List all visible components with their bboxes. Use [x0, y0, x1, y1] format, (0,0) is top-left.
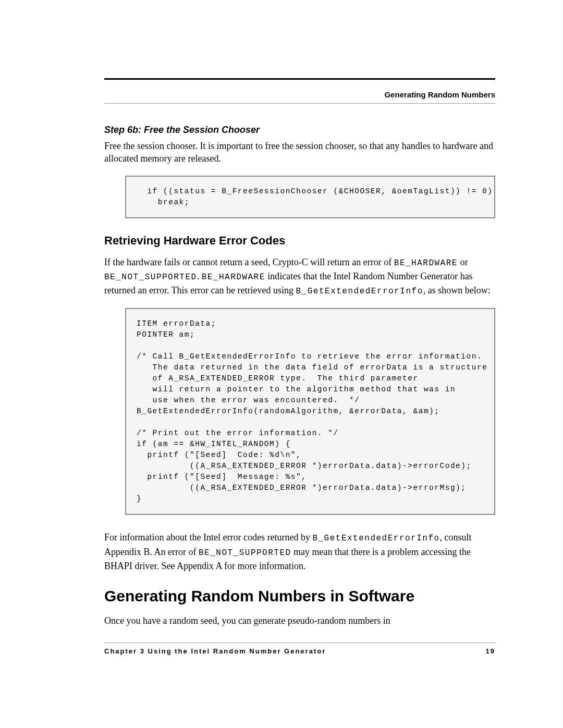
text-fragment: or: [458, 257, 468, 267]
appendix-reference-paragraph: For information about the Intel error co…: [104, 530, 495, 572]
text-fragment: If the hardware fails or cannot return a…: [104, 257, 394, 267]
code-inline-be-hardware: BE_HARDWARE: [394, 258, 458, 268]
code-block-free-chooser: if ((status = B_FreeSessionChooser (&CHO…: [125, 176, 495, 218]
page-number: 19: [486, 647, 495, 655]
code-inline-be-not-supported-2: BE_NOT_SUPPORTED: [199, 548, 291, 558]
page-footer: Chapter 3 Using the Intel Random Number …: [104, 647, 495, 655]
hardware-error-paragraph: If the hardware fails or cannot return a…: [104, 255, 495, 298]
code-inline-be-hardware-2: BE_HARDWARE: [202, 273, 265, 282]
step-body: Free the session chooser. It is importan…: [104, 140, 495, 165]
section-heading-hardware-errors: Retrieving Hardware Error Codes: [104, 234, 495, 248]
random-software-intro: Once you have a random seed, you can gen…: [104, 614, 495, 627]
step-heading: Step 6b: Free the Session Chooser: [104, 125, 495, 135]
code-inline-get-extended-error: B_GetExtendedErrorInfo: [296, 287, 423, 296]
code-block-error-info: ITEM errorData; POINTER am; /* Call B_Ge…: [125, 308, 495, 515]
footer-rule: [104, 643, 495, 643]
top-rule: [104, 78, 495, 80]
text-fragment: .: [197, 271, 202, 281]
page: Generating Random Numbers Step 6b: Free …: [0, 0, 563, 728]
code-inline-get-extended-error-2: B_GetExtendedErrorInfo: [312, 534, 439, 543]
header-thin-rule: [104, 103, 495, 104]
text-fragment: , as shown below:: [423, 285, 491, 295]
section-heading-random-software: Generating Random Numbers in Software: [104, 587, 495, 605]
footer-chapter: Chapter 3 Using the Intel Random Number …: [104, 647, 326, 655]
code-inline-be-not-supported: BE_NOT_SUPPORTED: [104, 273, 197, 282]
running-header: Generating Random Numbers: [104, 90, 495, 99]
text-fragment: For information about the Intel error co…: [104, 532, 312, 542]
